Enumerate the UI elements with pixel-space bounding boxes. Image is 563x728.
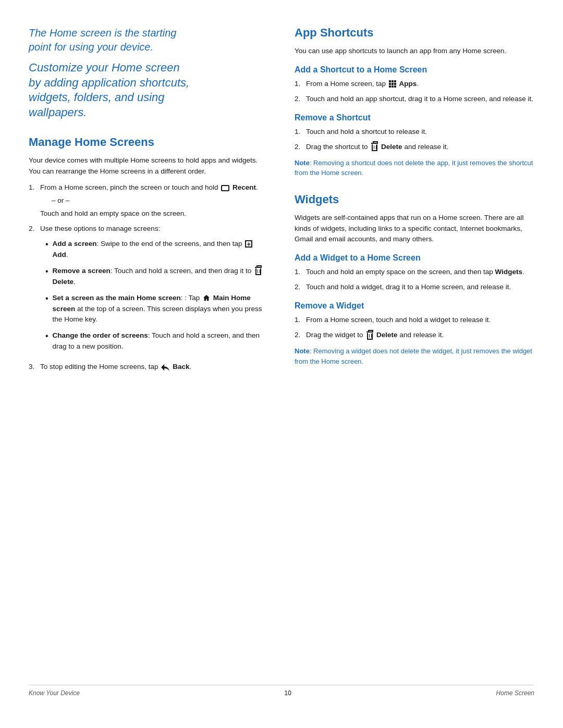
remove-shortcut-step2: 2. Drag the shortcut to Delete and relea…	[295, 142, 534, 153]
recent-icon	[221, 185, 229, 191]
right-column: App Shortcuts You can use app shortcuts …	[295, 26, 534, 664]
add-shortcut-step2: 2. Touch and hold an app shortcut, drag …	[295, 94, 534, 105]
remove-widget-steps: 1. From a Home screen, touch and hold a …	[295, 315, 534, 341]
step1-touch: Touch and hold an empty space on the scr…	[40, 208, 258, 219]
footer-right: Home Screen	[496, 689, 534, 697]
remove-shortcut-step1: 1. Touch and hold a shortcut to release …	[295, 127, 534, 138]
remove-shortcut-title: Remove a Shortcut	[295, 113, 534, 122]
shortcuts-body: You can use app shortcuts to launch an a…	[295, 46, 534, 57]
widgets-section: Widgets Widgets are self-contained apps …	[295, 193, 534, 366]
remove-widget-step2: 2. Drag the widget to Delete and release…	[295, 330, 534, 341]
add-shortcut-step1: 1. From a Home screen, tap Apps.	[295, 79, 534, 90]
delete-icon-3	[366, 331, 373, 340]
manage-step1: 1. From a Home screen, pinch the screen …	[29, 182, 268, 219]
main-content: The Home screen is the starting point fo…	[29, 26, 534, 664]
manage-title: Manage Home Screens	[29, 135, 268, 149]
widgets-body: Widgets are self-contained apps that run…	[295, 213, 534, 245]
bullet-add-screen: Add a screen: Swipe to the end of the sc…	[45, 239, 268, 261]
add-widget-step1: 1. Touch and hold an empty space on the …	[295, 267, 534, 278]
delete-icon	[254, 267, 262, 275]
shortcuts-section: App Shortcuts You can use app shortcuts …	[295, 26, 534, 178]
add-shortcut-title: Add a Shortcut to a Home Screen	[295, 65, 534, 75]
shortcuts-note: Note: Removing a shortcut does not delet…	[295, 158, 534, 178]
footer-page-number: 10	[285, 689, 291, 697]
left-column: The Home screen is the starting point fo…	[29, 26, 268, 664]
remove-widget-step1: 1. From a Home screen, touch and hold a …	[295, 315, 534, 326]
manage-step2: 2. Use these options to manage screens: …	[29, 224, 268, 357]
manage-body: Your device comes with multiple Home scr…	[29, 155, 268, 177]
add-shortcut-steps: 1. From a Home screen, tap Apps.	[295, 79, 534, 105]
page: The Home screen is the starting point fo…	[0, 0, 563, 728]
bullet-remove-screen: Remove a screen: Touch and hold a screen…	[45, 266, 268, 288]
add-widget-steps: 1. Touch and hold an empty space on the …	[295, 267, 534, 293]
widgets-title: Widgets	[295, 193, 534, 206]
apps-icon	[389, 80, 396, 88]
or-separator: – or –	[52, 195, 258, 206]
intro-line2: Customize your Home screen by adding app…	[29, 60, 268, 120]
manage-section: Manage Home Screens Your device comes wi…	[29, 135, 268, 373]
intro-line1: The Home screen is the starting point fo…	[29, 26, 268, 54]
widgets-note: Note: Removing a widget does not delete …	[295, 346, 534, 366]
shortcuts-title: App Shortcuts	[295, 26, 534, 40]
remove-widget-title: Remove a Widget	[295, 301, 534, 311]
manage-steps: 1. From a Home screen, pinch the screen …	[29, 182, 268, 373]
footer-left: Know Your Device	[29, 689, 80, 697]
home-icon	[203, 294, 210, 302]
back-icon	[161, 364, 169, 371]
add-widget-step2: 2. Touch and hold a widget, drag it to a…	[295, 282, 534, 293]
delete-icon-2	[371, 143, 378, 151]
add-widget-title: Add a Widget to a Home Screen	[295, 253, 534, 263]
footer: Know Your Device 10 Home Screen	[29, 685, 534, 697]
manage-bullet-list: Add a screen: Swipe to the end of the sc…	[40, 239, 268, 352]
remove-shortcut-steps: 1. Touch and hold a shortcut to release …	[295, 127, 534, 153]
bullet-set-main: Set a screen as the main Home screen: : …	[45, 293, 268, 326]
manage-step3: 3. To stop editing the Home screens, tap…	[29, 362, 268, 373]
bullet-order-screens: Change the order of screens: Touch and h…	[45, 330, 268, 352]
add-icon: +	[245, 240, 252, 248]
